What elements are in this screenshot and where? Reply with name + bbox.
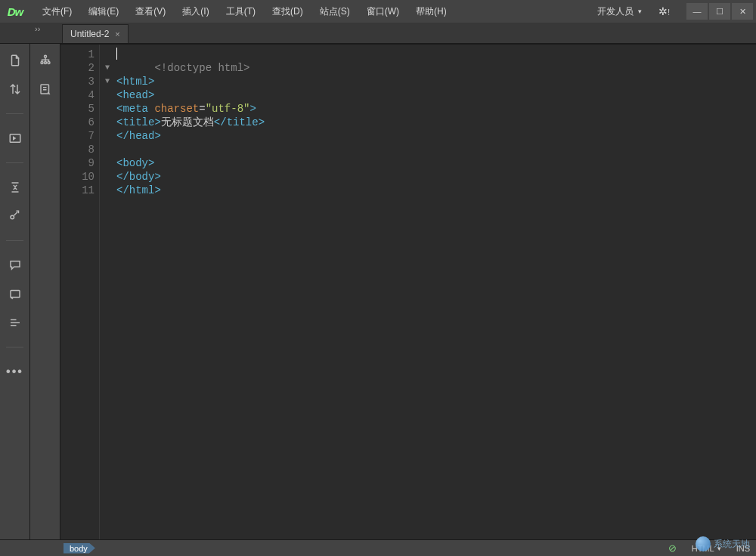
document-tab-strip: ›› Untitled-2 × [0, 23, 756, 44]
menu-help[interactable]: 帮助(H) [408, 2, 454, 21]
menu-window[interactable]: 窗口(W) [359, 2, 407, 21]
code-token: > [259, 116, 265, 128]
chevron-down-icon: ▾ [638, 8, 642, 15]
expand-panels-icon[interactable] [6, 80, 24, 98]
menu-find[interactable]: 查找(D) [265, 2, 311, 21]
text-caret [116, 48, 117, 60]
gutter: 1 2 3 4 5 6 7 8 9 10 11 [60, 45, 100, 539]
code-token: body [122, 157, 148, 169]
code-token: html [129, 184, 155, 196]
code-token: head [129, 130, 155, 142]
document-tab-label: Untitled-2 [70, 29, 109, 39]
app-logo: Dw [0, 0, 30, 23]
comment-icon[interactable] [6, 256, 24, 274]
code-token: > [154, 171, 160, 183]
code-token: = [199, 103, 205, 115]
minimize-button[interactable]: — [686, 3, 708, 20]
line-number: 8 [60, 143, 99, 156]
collapse-icon[interactable] [6, 178, 24, 196]
maximize-button[interactable]: ☐ [709, 3, 730, 20]
code-token: body [129, 171, 155, 183]
code-token: "utf-8" [206, 103, 250, 115]
svg-point-3 [44, 55, 46, 57]
code-token: > [148, 89, 154, 101]
line-number: 6 [60, 116, 99, 129]
line-number: 11 [60, 184, 99, 197]
titlebar-right: 开发人员 ▾ ✲! — ☐ ✕ [590, 2, 753, 21]
code-token: </ [116, 184, 129, 196]
titlebar: Dw 文件(F) 编辑(E) 查看(V) 插入(I) 工具(T) 查找(D) 站… [0, 0, 756, 23]
line-number: 3 [60, 75, 99, 88]
tag-breadcrumb[interactable]: body [64, 543, 95, 554]
menu-view[interactable]: 查看(V) [128, 2, 173, 21]
svg-point-4 [41, 62, 43, 64]
code-token: title [227, 116, 259, 128]
menu-edit[interactable]: 编辑(E) [81, 2, 126, 21]
code-token: head [122, 89, 148, 101]
dom-panel-icon[interactable] [36, 51, 54, 70]
workspace-label: 开发人员 [597, 5, 634, 18]
main-menu: 文件(F) 编辑(E) 查看(V) 插入(I) 工具(T) 查找(D) 站点(S… [35, 2, 454, 21]
separator [6, 240, 23, 241]
wrap-icon[interactable] [6, 207, 24, 225]
panel-rail [30, 44, 60, 539]
file-manage-icon[interactable] [6, 51, 24, 70]
code-token: html [122, 76, 148, 88]
status-bar: body ⊘ HTML ▾ INS [0, 539, 756, 556]
code-token: > [148, 157, 154, 169]
live-view-icon[interactable] [6, 129, 24, 147]
code-token: title [122, 116, 154, 128]
more-tools-icon[interactable]: ••• [6, 363, 24, 381]
close-button[interactable]: ✕ [732, 3, 753, 20]
no-errors-icon[interactable]: ⊘ [668, 542, 677, 554]
menu-site[interactable]: 站点(S) [312, 2, 358, 21]
code-token: > [154, 130, 160, 142]
code-token: <!doctype html> [154, 62, 249, 74]
language-label: HTML [692, 544, 714, 553]
separator [6, 347, 23, 348]
document-tab[interactable]: Untitled-2 × [62, 24, 129, 43]
menu-insert[interactable]: 插入(I) [175, 2, 216, 21]
svg-point-6 [48, 62, 50, 64]
snippets-panel-icon[interactable] [36, 80, 54, 98]
svg-rect-2 [11, 291, 20, 298]
menu-file[interactable]: 文件(F) [35, 2, 79, 21]
language-mode[interactable]: HTML ▾ [687, 544, 726, 553]
code-token: 无标题文档 [161, 116, 214, 128]
chevron-down-icon: ▾ [717, 545, 721, 552]
line-number: 9 [60, 156, 99, 170]
status-right: ⊘ HTML ▾ INS [668, 542, 750, 554]
code-token: </ [214, 116, 227, 128]
insert-mode[interactable]: INS [736, 544, 750, 553]
separator [6, 113, 23, 114]
close-tab-icon[interactable]: × [115, 29, 119, 39]
menu-tools[interactable]: 工具(T) [218, 2, 263, 21]
separator [6, 162, 23, 163]
code-editor[interactable]: 1 2 3 4 5 6 7 8 9 10 11 <!doctype html> … [60, 44, 756, 539]
code-token: meta [122, 103, 148, 115]
workspace-selector[interactable]: 开发人员 ▾ [590, 2, 649, 21]
toolbar-rail: ••• [0, 44, 30, 539]
line-number: 7 [60, 129, 99, 143]
window-controls: — ☐ ✕ [686, 3, 753, 20]
svg-point-1 [11, 215, 14, 219]
svg-point-5 [44, 62, 46, 64]
code-token: > [148, 76, 154, 88]
code-token: </ [116, 171, 129, 183]
line-number: 10 [60, 170, 99, 184]
format-icon[interactable] [6, 314, 24, 332]
sync-settings-icon[interactable]: ✲! [654, 2, 674, 20]
line-number: 5 [60, 102, 99, 116]
preview-icon[interactable] [6, 285, 24, 303]
line-number: 1 [60, 48, 99, 61]
code-token: > [154, 116, 160, 128]
code-token: > [249, 103, 256, 115]
code-area[interactable]: <!doctype html> <html> <head> <meta char… [100, 45, 756, 539]
line-number: 2 [60, 61, 99, 75]
code-token: </ [116, 130, 129, 142]
main-area: ••• 1 2 3 4 5 6 7 8 9 10 11 <!doctype ht… [0, 44, 756, 539]
line-number: 4 [60, 88, 99, 102]
unsaved-indicator: ›› [35, 24, 40, 33]
code-token: > [154, 184, 160, 196]
code-token: charset [154, 103, 199, 115]
